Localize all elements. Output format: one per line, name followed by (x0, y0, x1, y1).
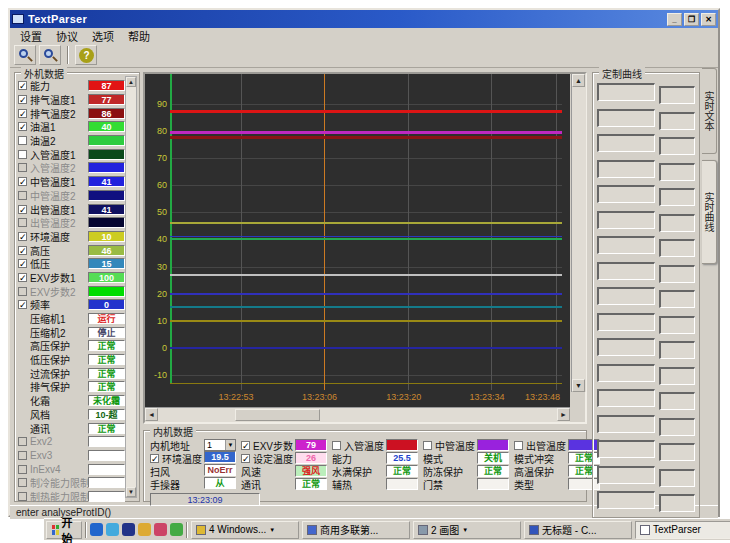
checkbox[interactable] (18, 451, 27, 460)
scroll-down-icon[interactable]: ▼ (572, 379, 585, 392)
checkbox[interactable] (18, 478, 27, 487)
checkbox[interactable]: ✓ (18, 81, 27, 90)
scroll-left-icon[interactable]: ◄ (145, 408, 158, 421)
taskbar-button-5[interactable]: TextParser (635, 521, 730, 539)
checkbox[interactable] (18, 492, 27, 501)
curve-name-field[interactable] (597, 491, 655, 509)
curve-value-field[interactable] (659, 392, 695, 410)
quick-launch-4-icon[interactable] (138, 523, 151, 536)
checkbox[interactable] (18, 437, 27, 446)
checkbox[interactable]: ✓ (18, 300, 27, 309)
curve-value-field[interactable] (659, 367, 695, 385)
restore-button[interactable]: ❐ (684, 13, 699, 26)
curve-value-field[interactable] (659, 469, 695, 487)
checkbox[interactable] (18, 287, 27, 296)
menu-item-4[interactable]: 帮助 (122, 28, 156, 44)
taskbar-button-1[interactable]: 4 Windows...▼ (191, 521, 299, 539)
checkbox[interactable] (18, 218, 27, 227)
quick-launch-6-icon[interactable] (170, 523, 183, 536)
checkbox[interactable] (332, 441, 341, 450)
curve-name-field[interactable] (597, 313, 655, 331)
quick-launch-2-icon[interactable] (106, 523, 119, 536)
quick-launch-3-icon[interactable] (122, 523, 135, 536)
menu-item-1[interactable]: 设置 (14, 28, 48, 44)
curve-value-field[interactable] (659, 137, 695, 155)
checkbox[interactable]: ✓ (18, 232, 27, 241)
taskbar-button-4[interactable]: 无标题 - C... (524, 521, 632, 539)
curve-name-field[interactable] (597, 134, 655, 152)
curve-name-field[interactable] (597, 287, 655, 305)
checkbox[interactable]: ✓ (18, 95, 27, 104)
quick-launch-5-icon[interactable] (154, 523, 167, 536)
checkbox[interactable]: ✓ (18, 259, 27, 268)
curve-value-field[interactable] (659, 443, 695, 461)
curve-value-field[interactable] (659, 290, 695, 308)
scroll-down-icon[interactable]: ▼ (126, 487, 136, 497)
curve-name-field[interactable] (597, 338, 655, 356)
minimize-button[interactable]: _ (667, 13, 682, 26)
tab-realtime-curve[interactable]: 实时曲线 (702, 160, 717, 264)
chevron-down-icon[interactable]: ▼ (269, 527, 275, 533)
curve-value-field[interactable] (659, 112, 695, 130)
curve-value-field[interactable] (659, 86, 695, 104)
checkbox[interactable]: ✓ (18, 273, 27, 282)
checkbox[interactable] (18, 136, 27, 145)
curve-name-field[interactable] (597, 262, 655, 280)
checkbox[interactable] (18, 150, 27, 159)
scroll-right-icon[interactable]: ► (557, 408, 570, 421)
menu-item-2[interactable]: 协议 (50, 28, 84, 44)
sidebar-scrollbar[interactable]: ▲ ▼ (125, 76, 137, 498)
curve-name-field[interactable] (597, 211, 655, 229)
curve-name-field[interactable] (597, 440, 655, 458)
chart-vertical-scrollbar[interactable]: ▲ ▼ (571, 74, 586, 392)
indoor-address-dropdown[interactable]: 1▼ (204, 439, 236, 451)
curve-value-field[interactable] (659, 494, 695, 512)
scroll-up-icon[interactable]: ▲ (126, 77, 136, 87)
time-cursor-line[interactable] (324, 74, 325, 390)
curve-name-field[interactable] (597, 415, 655, 433)
quick-launch-1-icon[interactable] (90, 523, 103, 536)
checkbox[interactable]: ✓ (241, 441, 250, 450)
tab-realtime-text[interactable]: 实时文本 (702, 68, 717, 154)
help-button[interactable]: ? (75, 45, 97, 65)
curve-name-field[interactable] (597, 109, 655, 127)
curve-value-field[interactable] (659, 341, 695, 359)
scrollbar-thumb[interactable] (235, 409, 320, 421)
curve-value-field[interactable] (659, 239, 695, 257)
checkbox[interactable] (18, 163, 27, 172)
taskbar-button-3[interactable]: 2 画图▼ (413, 521, 521, 539)
checkbox[interactable] (18, 465, 27, 474)
start-button[interactable]: 开始 (46, 521, 82, 539)
taskbar-button-2[interactable]: 商用多联第... (302, 521, 410, 539)
chart-plot[interactable] (170, 74, 562, 390)
checkbox[interactable]: ✓ (18, 122, 27, 131)
curve-value-field[interactable] (659, 265, 695, 283)
curve-value-field[interactable] (659, 316, 695, 334)
checkbox[interactable] (514, 441, 523, 450)
chevron-down-icon[interactable]: ▼ (462, 527, 468, 533)
curve-name-field[interactable] (597, 389, 655, 407)
checkbox[interactable]: ✓ (150, 454, 159, 463)
title-bar[interactable]: TextParser _ ❐ ✕ (10, 10, 718, 28)
scroll-up-icon[interactable]: ▲ (572, 74, 585, 87)
chevron-down-icon[interactable]: ▼ (225, 440, 235, 450)
close-button[interactable]: ✕ (701, 13, 716, 26)
chart-area[interactable]: 9080706050403020100-10 13:22:5313:23:061… (145, 74, 570, 407)
checkbox[interactable]: ✓ (18, 109, 27, 118)
curve-name-field[interactable] (597, 185, 655, 203)
checkbox[interactable]: ✓ (18, 246, 27, 255)
zoom-in-button[interactable] (14, 45, 36, 65)
checkbox[interactable]: ✓ (18, 177, 27, 186)
curve-value-field[interactable] (659, 163, 695, 181)
curve-name-field[interactable] (597, 466, 655, 484)
zoom-out-button[interactable] (39, 45, 61, 65)
checkbox[interactable] (18, 191, 27, 200)
chart-horizontal-scrollbar[interactable]: ◄ ► (145, 407, 570, 422)
menu-item-3[interactable]: 选项 (86, 28, 120, 44)
checkbox[interactable] (423, 441, 432, 450)
checkbox[interactable]: ✓ (241, 454, 250, 463)
curve-name-field[interactable] (597, 83, 655, 101)
curve-name-field[interactable] (597, 236, 655, 254)
curve-name-field[interactable] (597, 160, 655, 178)
curve-name-field[interactable] (597, 364, 655, 382)
